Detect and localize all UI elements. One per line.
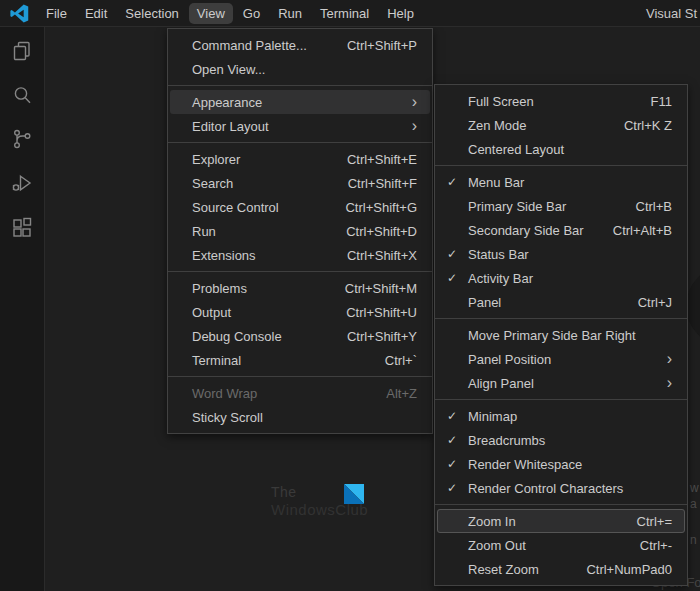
menubar-item-selection[interactable]: Selection xyxy=(117,3,186,24)
menu-item-label: Word Wrap xyxy=(192,386,257,401)
chevron-right-icon: › xyxy=(647,372,672,394)
menubar: FileEditSelectionViewGoRunTerminalHelp xyxy=(38,0,424,26)
menu-item-zen-mode[interactable]: Zen ModeCtrl+K Z xyxy=(437,113,685,137)
menu-item-full-screen[interactable]: Full ScreenF11 xyxy=(437,89,685,113)
explorer-icon[interactable] xyxy=(0,29,44,73)
menu-item-label: Source Control xyxy=(192,200,279,215)
menu-item-primary-side-bar[interactable]: Primary Side BarCtrl+B xyxy=(437,194,685,218)
menu-item-shortcut: Ctrl+Shift+X xyxy=(327,248,417,263)
windowsclub-logo-icon xyxy=(344,484,364,504)
menu-item-activity-bar[interactable]: ✓Activity Bar xyxy=(437,266,685,290)
vscode-logo-icon xyxy=(10,4,29,23)
menu-item-editor-layout[interactable]: Editor Layout› xyxy=(170,114,430,138)
menu-item-search[interactable]: SearchCtrl+Shift+F xyxy=(170,171,430,195)
background-text-fragment: a xyxy=(690,497,697,511)
search-icon[interactable] xyxy=(0,73,44,117)
menu-item-label: Open View... xyxy=(192,62,265,77)
menu-item-shortcut: Ctrl+NumPad0 xyxy=(566,562,672,577)
menu-separator xyxy=(435,165,687,166)
menu-item-open-view[interactable]: Open View... xyxy=(170,57,430,81)
menu-item-label: Editor Layout xyxy=(192,119,269,134)
menu-item-debug-console[interactable]: Debug ConsoleCtrl+Shift+Y xyxy=(170,324,430,348)
menu-item-label: Explorer xyxy=(192,152,240,167)
menu-separator xyxy=(168,376,432,377)
menu-item-label: Full Screen xyxy=(468,94,534,109)
menu-item-shortcut: Alt+Z xyxy=(366,386,417,401)
appearance-submenu: Full ScreenF11Zen ModeCtrl+K ZCentered L… xyxy=(434,84,688,586)
menu-separator xyxy=(168,142,432,143)
menu-item-output[interactable]: OutputCtrl+Shift+U xyxy=(170,300,430,324)
menu-item-panel-position[interactable]: Panel Position› xyxy=(437,347,685,371)
menu-item-breadcrumbs[interactable]: ✓Breadcrumbs xyxy=(437,428,685,452)
vscode-window: w a n Open Fol The WindowsClub FileEditS… xyxy=(0,0,700,591)
menu-item-label: Extensions xyxy=(192,248,256,263)
menubar-item-run[interactable]: Run xyxy=(270,3,310,24)
checkmark-icon: ✓ xyxy=(447,433,468,447)
menubar-item-help[interactable]: Help xyxy=(379,3,422,24)
menu-item-run[interactable]: RunCtrl+Shift+D xyxy=(170,219,430,243)
menu-separator xyxy=(168,271,432,272)
menu-item-label: Zen Mode xyxy=(468,118,527,133)
menu-item-label: Search xyxy=(192,176,233,191)
menubar-item-view[interactable]: View xyxy=(189,3,233,24)
menu-item-centered-layout[interactable]: Centered Layout xyxy=(437,137,685,161)
menu-item-appearance[interactable]: Appearance› xyxy=(170,90,430,114)
menu-item-zoom-out[interactable]: Zoom OutCtrl+- xyxy=(437,533,685,557)
menu-separator xyxy=(435,318,687,319)
menu-item-menu-bar[interactable]: ✓Menu Bar xyxy=(437,170,685,194)
checkmark-icon: ✓ xyxy=(447,481,468,495)
menu-item-label: Reset Zoom xyxy=(468,562,539,577)
menu-item-status-bar[interactable]: ✓Status Bar xyxy=(437,242,685,266)
menu-item-align-panel[interactable]: Align Panel› xyxy=(437,371,685,395)
menu-item-shortcut: F11 xyxy=(631,94,672,109)
menu-item-zoom-in[interactable]: Zoom InCtrl+= xyxy=(437,509,685,533)
menu-item-command-palette[interactable]: Command Palette...Ctrl+Shift+P xyxy=(170,33,430,57)
menu-item-label: Primary Side Bar xyxy=(468,199,566,214)
menubar-item-file[interactable]: File xyxy=(38,3,75,24)
menu-item-shortcut: Ctrl+B xyxy=(616,199,672,214)
menu-item-render-whitespace[interactable]: ✓Render Whitespace xyxy=(437,452,685,476)
menu-item-shortcut: Ctrl+Shift+U xyxy=(326,305,417,320)
menu-item-source-control[interactable]: Source ControlCtrl+Shift+G xyxy=(170,195,430,219)
menu-item-render-control-characters[interactable]: ✓Render Control Characters xyxy=(437,476,685,500)
menu-item-word-wrap[interactable]: Word WrapAlt+Z xyxy=(170,381,430,405)
windowsclub-watermark: The WindowsClub xyxy=(271,484,368,518)
menu-item-move-primary-side-bar-right[interactable]: Move Primary Side Bar Right xyxy=(437,323,685,347)
menu-item-extensions[interactable]: ExtensionsCtrl+Shift+X xyxy=(170,243,430,267)
menu-item-explorer[interactable]: ExplorerCtrl+Shift+E xyxy=(170,147,430,171)
view-menu-dropdown: Command Palette...Ctrl+Shift+POpen View.… xyxy=(167,28,433,434)
menu-item-sticky-scroll[interactable]: Sticky Scroll xyxy=(170,405,430,429)
checkmark-icon: ✓ xyxy=(447,457,468,471)
menu-item-shortcut: Ctrl+Alt+B xyxy=(593,223,672,238)
menu-item-reset-zoom[interactable]: Reset ZoomCtrl+NumPad0 xyxy=(437,557,685,581)
menubar-item-edit[interactable]: Edit xyxy=(77,3,115,24)
menu-item-shortcut: Ctrl+Shift+D xyxy=(326,224,417,239)
menu-item-label: Menu Bar xyxy=(468,175,524,190)
menu-item-secondary-side-bar[interactable]: Secondary Side BarCtrl+Alt+B xyxy=(437,218,685,242)
extensions-icon[interactable] xyxy=(0,205,44,249)
menu-item-problems[interactable]: ProblemsCtrl+Shift+M xyxy=(170,276,430,300)
menu-item-label: Panel Position xyxy=(468,352,551,367)
source-control-icon[interactable] xyxy=(0,117,44,161)
menu-item-label: Panel xyxy=(468,295,501,310)
menu-item-terminal[interactable]: TerminalCtrl+` xyxy=(170,348,430,372)
checkmark-icon: ✓ xyxy=(447,247,468,261)
menu-item-label: Run xyxy=(192,224,216,239)
chevron-right-icon: › xyxy=(647,348,672,370)
window-title: Visual St xyxy=(646,6,697,21)
menu-item-label: Terminal xyxy=(192,353,241,368)
menu-separator xyxy=(168,85,432,86)
background-text-fragment: n xyxy=(690,533,697,547)
activity-bar xyxy=(0,27,45,591)
menu-item-label: Status Bar xyxy=(468,247,529,262)
menu-item-shortcut: Ctrl+` xyxy=(365,353,417,368)
run-and-debug-icon[interactable] xyxy=(0,161,44,205)
menu-item-label: Render Whitespace xyxy=(468,457,582,472)
menu-item-panel[interactable]: PanelCtrl+J xyxy=(437,290,685,314)
menubar-item-terminal[interactable]: Terminal xyxy=(312,3,377,24)
menu-item-minimap[interactable]: ✓Minimap xyxy=(437,404,685,428)
menu-item-shortcut: Ctrl+Shift+P xyxy=(327,38,417,53)
menu-item-label: Secondary Side Bar xyxy=(468,223,584,238)
menubar-item-go[interactable]: Go xyxy=(235,3,268,24)
chevron-right-icon: › xyxy=(392,115,417,137)
